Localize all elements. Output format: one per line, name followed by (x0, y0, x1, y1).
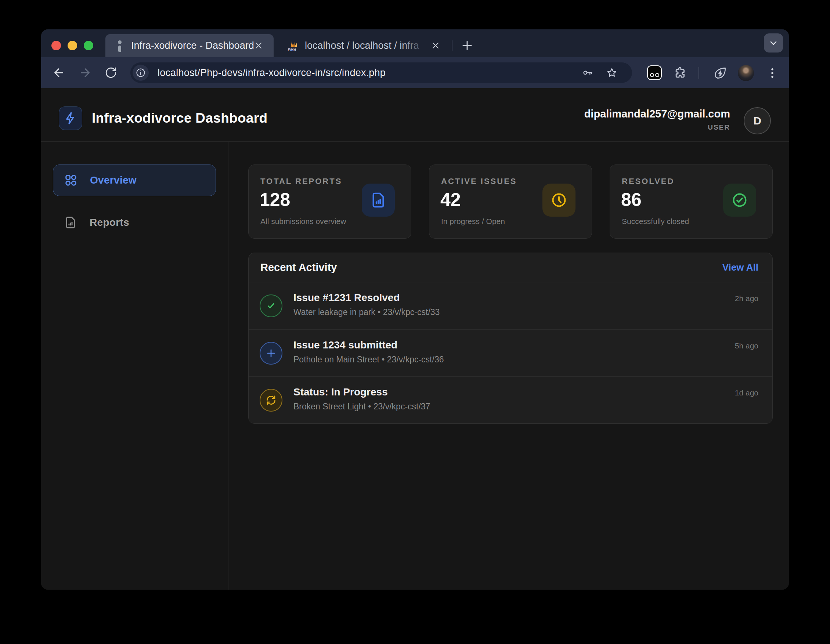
activity-timestamp: 1d ago (735, 388, 759, 397)
stat-value: 42 (440, 189, 461, 210)
stat-value: 128 (260, 189, 290, 210)
activity-status-icon (260, 389, 282, 411)
extension-pinned-icon[interactable] (647, 65, 662, 80)
stat-icon-tile (723, 184, 756, 217)
stat-icon-tile (542, 184, 575, 217)
user-role-badge: USER (708, 123, 730, 131)
stat-card-active-issues: ACTIVE ISSUES 42 In progress / Open (429, 165, 592, 239)
tab-title-fade (401, 34, 427, 57)
activity-title: Status: In Progress (293, 386, 388, 398)
check-icon (265, 300, 277, 312)
browser-window: Infra-xodivorce - Dashboard PMA localhos… (41, 29, 789, 590)
forward-arrow-icon (79, 66, 92, 79)
tab-dashboard[interactable]: Infra-xodivorce - Dashboard (105, 34, 274, 57)
page-title: Infra-xodivorce Dashboard (92, 106, 268, 130)
svg-text:PMA: PMA (288, 47, 297, 51)
file-chart-icon (64, 216, 77, 229)
view-all-link[interactable]: View All (722, 262, 759, 273)
close-tab-icon[interactable] (430, 40, 441, 51)
performance-leaf-icon[interactable] (713, 66, 727, 80)
sidebar: Overview Reports (41, 142, 228, 590)
traffic-light-close[interactable] (51, 41, 61, 50)
stat-subtext: All submissions overview (260, 217, 346, 226)
forward-button[interactable] (76, 64, 94, 82)
toolbar-separator (699, 67, 699, 79)
grid-icon (64, 174, 78, 187)
lightning-icon (63, 111, 78, 125)
clock-icon (551, 191, 567, 209)
stat-subtext: In progress / Open (441, 217, 505, 226)
sidebar-item-label: Reports (90, 217, 129, 228)
activity-timestamp: 5h ago (735, 342, 759, 350)
stat-icon-tile (362, 184, 395, 217)
plus-icon (265, 347, 277, 359)
refresh-icon (266, 395, 277, 406)
activity-row[interactable]: Status: In Progress Broken Street Light … (249, 377, 772, 423)
file-chart-icon (370, 191, 387, 209)
reload-button[interactable] (102, 64, 120, 82)
sidebar-item-label: Overview (90, 174, 136, 186)
avatar[interactable]: D (744, 107, 771, 134)
screen: Infra-xodivorce - Dashboard PMA localhos… (0, 0, 830, 644)
recent-activity-card: Recent Activity View All Issue #1231 Res… (248, 253, 773, 424)
tab-phpmyadmin[interactable]: PMA localhost / localhost / infra-xo (279, 34, 446, 57)
info-letter-icon (114, 40, 126, 52)
url-text: localhost/Php-devs/infra-xodivorce-in/sr… (158, 67, 386, 79)
user-email: dipalimandal257@gmail.com (584, 108, 730, 120)
avatar-initial: D (753, 115, 761, 127)
traffic-light-zoom[interactable] (84, 41, 93, 50)
password-key-icon[interactable] (582, 67, 593, 78)
close-tab-icon[interactable] (253, 40, 264, 51)
activity-subtitle: Broken Street Light • 23/v/kpc-cst/37 (293, 402, 430, 411)
back-button[interactable] (50, 64, 68, 82)
traffic-light-minimize[interactable] (68, 41, 77, 50)
back-arrow-icon (52, 66, 65, 79)
chevron-down-icon (768, 38, 779, 48)
phpmyadmin-icon: PMA (287, 40, 300, 52)
info-icon (136, 68, 146, 78)
sidebar-item-overview[interactable]: Overview (53, 165, 216, 196)
stat-label: RESOLVED (622, 177, 674, 186)
activity-timestamp: 2h ago (735, 294, 759, 303)
activity-title: Issue #1231 Resolved (293, 292, 400, 304)
stat-label: TOTAL REPORTS (260, 177, 342, 186)
recent-activity-title: Recent Activity (260, 261, 337, 274)
sidebar-item-reports[interactable]: Reports (53, 209, 216, 236)
activity-row[interactable]: Issue 1234 submitted Pothole on Main Str… (249, 329, 772, 377)
activity-title: Issue 1234 submitted (293, 339, 398, 351)
recent-activity-header: Recent Activity View All (249, 253, 772, 282)
new-tab-icon[interactable] (459, 38, 475, 54)
stat-card-resolved: RESOLVED 86 Successfully closed (610, 165, 773, 239)
page-content: Infra-xodivorce Dashboard dipalimandal25… (41, 88, 789, 590)
activity-status-icon (260, 342, 282, 365)
activity-subtitle: Pothole on Main Street • 23/v/kpc-cst/36 (293, 355, 444, 365)
profile-avatar[interactable] (738, 65, 754, 81)
stat-subtext: Successfully closed (622, 217, 689, 226)
site-info-button[interactable] (133, 65, 149, 81)
stat-label: ACTIVE ISSUES (441, 177, 517, 186)
stat-value: 86 (621, 189, 642, 210)
app-header: Infra-xodivorce Dashboard dipalimandal25… (41, 88, 789, 142)
check-circle-icon (731, 191, 748, 209)
tab-search-button[interactable] (764, 33, 783, 52)
menu-kebab-icon[interactable] (765, 66, 779, 80)
activity-subtitle: Water leakage in park • 23/v/kpc-cst/33 (293, 307, 440, 317)
app-logo (59, 106, 82, 130)
activity-row[interactable]: Issue #1231 Resolved Water leakage in pa… (249, 282, 772, 329)
extensions-puzzle-icon[interactable] (673, 66, 687, 80)
tab-separator (452, 40, 453, 51)
main-panel: TOTAL REPORTS 128 All submissions overvi… (228, 142, 789, 590)
reload-icon (105, 66, 117, 79)
stat-card-total-reports: TOTAL REPORTS 128 All submissions overvi… (248, 165, 411, 239)
tab-strip: Infra-xodivorce - Dashboard PMA localhos… (41, 29, 789, 57)
address-bar[interactable]: localhost/Php-devs/infra-xodivorce-in/sr… (130, 62, 632, 83)
activity-status-icon (260, 294, 282, 317)
tab-title: Infra-xodivorce - Dashboard (131, 40, 254, 51)
bookmark-star-icon[interactable] (606, 67, 617, 78)
